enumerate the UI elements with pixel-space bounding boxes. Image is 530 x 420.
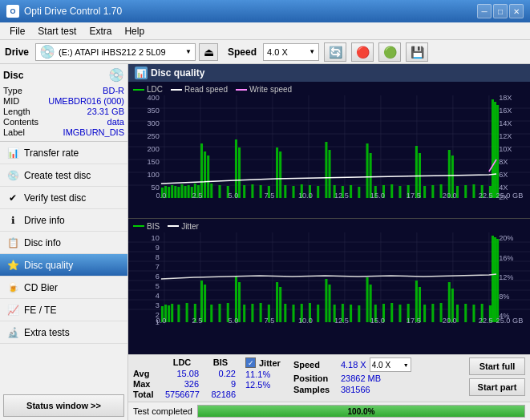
svg-text:5.0: 5.0 [228, 317, 238, 325]
jitter-header: Jitter [259, 358, 281, 368]
status-window-button[interactable]: Status window >> [3, 394, 124, 417]
svg-rect-180 [431, 304, 434, 322]
svg-text:2.5: 2.5 [192, 192, 202, 200]
bottom-legend-jitter: Jitter [181, 222, 199, 231]
sidebar-item-fe-te[interactable]: 📈 FE / TE [0, 299, 127, 321]
save-button[interactable]: 💾 [406, 42, 428, 62]
svg-text:10: 10 [152, 234, 160, 242]
svg-text:5: 5 [156, 282, 160, 290]
svg-rect-67 [328, 150, 330, 198]
svg-text:10X: 10X [499, 145, 512, 153]
svg-text:4X: 4X [499, 184, 508, 192]
svg-rect-160 [292, 305, 294, 322]
disc-info-icon: 📋 [6, 236, 19, 249]
action-btn-2[interactable]: 🟢 [378, 42, 401, 62]
drive-bar: Drive 💿 (E:) ATAPI iHBS212 2 5L09 ▼ ⏏ Sp… [0, 40, 530, 64]
svg-text:12.5: 12.5 [334, 317, 349, 325]
svg-rect-179 [423, 305, 426, 322]
close-button[interactable]: ✕ [509, 4, 524, 18]
svg-rect-79 [415, 146, 418, 198]
sidebar-item-disc-info[interactable]: 📋 Disc info [0, 232, 127, 254]
menu-file[interactable]: File [3, 24, 31, 38]
menu-help[interactable]: Help [118, 24, 151, 38]
svg-rect-40 [177, 187, 180, 198]
sidebar-label-transfer-rate: Transfer rate [24, 147, 79, 159]
progress-text: 100.0% [198, 406, 524, 417]
max-label: Max [133, 379, 159, 389]
start-full-button[interactable]: Start full [469, 357, 525, 375]
svg-text:15.0: 15.0 [370, 192, 385, 200]
svg-rect-48 [204, 151, 206, 198]
speed-stat-val: 4.18 X [341, 360, 366, 370]
svg-text:9: 9 [156, 244, 160, 252]
svg-rect-71 [358, 187, 360, 198]
svg-rect-141 [168, 305, 170, 322]
menu-start-test[interactable]: Start test [31, 24, 83, 38]
samples-label: Samples [293, 385, 338, 394]
sidebar-item-cd-bier[interactable]: 🍺 CD Bier [0, 277, 127, 299]
top-legend-read: Read speed [184, 85, 228, 94]
svg-text:150: 150 [147, 158, 159, 166]
disc-length-row: Length 23.31 GB [3, 107, 124, 116]
disc-length-label: Length [3, 107, 30, 116]
sidebar-item-extra-tests[interactable]: 🔬 Extra tests [0, 321, 127, 344]
svg-text:100: 100 [147, 171, 159, 179]
svg-rect-60 [279, 151, 281, 198]
sidebar-label-disc-info: Disc info [24, 237, 61, 248]
svg-rect-92 [494, 102, 496, 198]
svg-rect-56 [251, 184, 253, 198]
drive-select[interactable]: 💿 (E:) ATAPI iHBS212 2 5L09 ▼ [35, 43, 196, 61]
total-label: Total [133, 390, 159, 399]
drive-value: (E:) ATAPI iHBS212 2 5L09 [59, 47, 182, 57]
ldc-col-header [133, 357, 159, 367]
maximize-button[interactable]: □ [493, 4, 508, 18]
jitter-checkbox[interactable]: ✓ [245, 357, 256, 368]
svg-text:300: 300 [147, 119, 159, 127]
speed-select[interactable]: 4.0 X ▼ [263, 43, 319, 61]
progress-bar-container: Test completed 100.0% [128, 402, 530, 420]
drive-info-icon: ℹ [6, 214, 19, 227]
bottom-chart-svg: 10 9 8 7 6 5 4 3 2 1 20% 16% 12% 8% [128, 232, 530, 325]
svg-text:12X: 12X [499, 132, 512, 140]
svg-text:20.0: 20.0 [443, 192, 457, 200]
svg-rect-186 [472, 305, 475, 322]
refresh-button[interactable]: 🔄 [324, 42, 346, 62]
ldc-total: 5756677 [165, 390, 199, 399]
sidebar-item-create-test-disc[interactable]: 💿 Create test disc [0, 164, 127, 187]
svg-rect-144 [186, 303, 188, 322]
svg-text:350: 350 [147, 107, 159, 115]
svg-rect-50 [210, 184, 212, 198]
svg-rect-191 [496, 239, 499, 322]
cd-bier-icon: 🍺 [6, 281, 19, 294]
svg-text:6: 6 [156, 273, 160, 281]
sidebar-label-fe-te: FE / TE [24, 305, 56, 316]
svg-text:25.0 GB: 25.0 GB [496, 192, 524, 200]
svg-rect-149 [218, 304, 220, 322]
svg-rect-65 [317, 186, 319, 198]
title-bar: O Opti Drive Control 1.70 ─ □ ✕ [0, 0, 530, 22]
svg-rect-158 [279, 287, 281, 322]
sidebar-item-transfer-rate[interactable]: 📊 Transfer rate [0, 142, 127, 164]
svg-rect-72 [366, 143, 369, 198]
sidebar-item-drive-info[interactable]: ℹ Drive info [0, 209, 127, 232]
svg-text:0.0: 0.0 [156, 192, 166, 200]
svg-text:7.5: 7.5 [264, 317, 274, 325]
eject-button[interactable]: ⏏ [199, 43, 218, 61]
svg-rect-43 [188, 185, 190, 198]
progress-track: 100.0% [197, 405, 525, 418]
menu-extra[interactable]: Extra [83, 24, 118, 38]
app-icon: O [6, 5, 19, 18]
sidebar-item-disc-quality[interactable]: ⭐ Disc quality [0, 254, 127, 277]
start-part-button[interactable]: Start part [469, 378, 525, 396]
minimize-button[interactable]: ─ [477, 4, 492, 18]
svg-rect-165 [328, 285, 330, 322]
svg-rect-154 [251, 304, 253, 322]
speed-dropdown[interactable]: 4.0 X ▼ [370, 357, 411, 372]
chart-icon: 📊 [135, 67, 148, 79]
speed-label: Speed [228, 46, 257, 58]
sidebar-label-disc-quality: Disc quality [24, 260, 73, 271]
disc-icon: 💿 [108, 67, 124, 83]
chart-title: Disc quality [151, 67, 204, 79]
sidebar-item-verify-test-disc[interactable]: ✔ Verify test disc [0, 187, 127, 209]
action-btn-1[interactable]: 🔴 [351, 42, 374, 62]
